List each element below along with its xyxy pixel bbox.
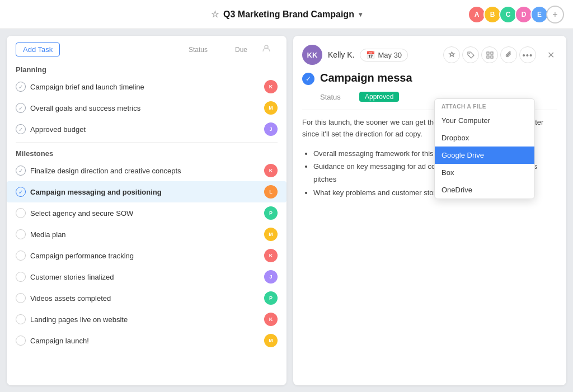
- task-detail-panel: KK Kelly K. 📅 May 30 •••: [293, 36, 566, 385]
- col-status-header: Status: [176, 46, 220, 54]
- task-row[interactable]: Customer stories finalized J: [7, 266, 286, 287]
- task-title-row: ✓ Campaign messa: [302, 72, 557, 85]
- task-name: Approved budget: [30, 125, 260, 134]
- task-assignee-avatar: K: [264, 313, 278, 326]
- task-name: Campaign performance tracking: [30, 252, 260, 260]
- avatars-group: A B C D E +: [470, 6, 564, 23]
- attach-file-dropdown: ATTACH A FILE Your Computer Dropbox Goog…: [434, 98, 535, 199]
- dropdown-item-google-drive[interactable]: Google Drive: [435, 147, 534, 164]
- task-assignee-avatar: K: [264, 249, 278, 262]
- task-row[interactable]: ✓ Overall goals and success metrics M: [7, 97, 286, 119]
- task-list-header: Add Task Status Due: [7, 42, 286, 61]
- task-name: Landing pages live on website: [30, 315, 260, 324]
- task-check-icon: ✓: [16, 103, 26, 113]
- task-row[interactable]: Media plan M: [7, 224, 286, 245]
- user-avatar: KK: [302, 45, 322, 65]
- top-bar: ☆ Q3 Marketing Brand Campaign ▾ A B C D …: [0, 0, 573, 29]
- svg-rect-4: [487, 56, 489, 58]
- section-planning-label: Planning: [7, 61, 286, 76]
- section-milestones-label: Milestones: [7, 145, 286, 160]
- tag-icon[interactable]: [462, 46, 479, 63]
- svg-rect-5: [491, 56, 493, 58]
- star-icon[interactable]: ☆: [211, 9, 219, 20]
- task-row[interactable]: Campaign launch! M: [7, 330, 286, 351]
- close-button[interactable]: ✕: [544, 48, 557, 62]
- dropdown-header: ATTACH A FILE: [435, 99, 534, 112]
- task-check-icon: ✓: [16, 166, 26, 176]
- task-assignee-avatar: K: [264, 80, 278, 93]
- task-row-selected[interactable]: ✓ Campaign messaging and positioning L: [7, 181, 286, 202]
- calendar-icon: 📅: [366, 51, 375, 59]
- task-row[interactable]: ✓ Finalize design direction and creative…: [7, 160, 286, 181]
- task-name: Customer stories finalized: [30, 273, 260, 281]
- task-check-icon: [16, 336, 26, 346]
- task-list-panel: Add Task Status Due Planning ✓ Campaign …: [7, 36, 286, 385]
- add-member-button[interactable]: +: [546, 6, 564, 23]
- task-name: Campaign messaging and positioning: [30, 188, 260, 196]
- task-check-icon: [16, 229, 26, 239]
- task-check-icon: [16, 314, 26, 324]
- task-check-icon: [16, 272, 26, 282]
- task-name: Videos assets completed: [30, 294, 260, 303]
- task-assignee-avatar: J: [264, 122, 278, 136]
- task-assignee-avatar: M: [264, 228, 278, 241]
- dropdown-item-your-computer[interactable]: Your Computer: [435, 112, 534, 129]
- task-check-icon: ✓: [16, 124, 26, 134]
- task-row[interactable]: Select agency and secure SOW P: [7, 202, 286, 224]
- task-row[interactable]: ✓ Campaign brief and launch timeline K: [7, 76, 286, 97]
- svg-point-1: [468, 53, 469, 54]
- action-icons-group: •••: [443, 46, 536, 63]
- task-row[interactable]: ✓ Approved budget J: [7, 119, 286, 140]
- task-name: Finalize design direction and creative c…: [30, 167, 260, 175]
- more-options-icon[interactable]: •••: [519, 46, 536, 63]
- page-title: Q3 Marketing Brand Campaign: [223, 10, 354, 20]
- grid-icon[interactable]: [481, 46, 498, 63]
- task-row[interactable]: Campaign performance tracking K: [7, 245, 286, 266]
- dropdown-item-dropbox[interactable]: Dropbox: [435, 129, 534, 147]
- status-field-label: Status: [320, 93, 354, 101]
- task-assignee-avatar: J: [264, 270, 278, 284]
- col-assign-header: [262, 44, 278, 55]
- task-name: Campaign brief and launch timeline: [30, 83, 260, 91]
- task-name: Campaign launch!: [30, 337, 260, 345]
- section-divider: [16, 142, 278, 143]
- task-name: Overall goals and success metrics: [30, 104, 260, 112]
- task-assignee-avatar: M: [264, 101, 278, 115]
- user-name: Kelly K.: [328, 50, 354, 59]
- task-row[interactable]: Landing pages live on website K: [7, 309, 286, 330]
- task-check-icon: [16, 251, 26, 261]
- attachment-icon[interactable]: [500, 46, 517, 63]
- task-check-icon: ✓: [16, 82, 26, 92]
- chevron-down-icon[interactable]: ▾: [359, 11, 362, 18]
- page-title-group: ☆ Q3 Marketing Brand Campaign ▾: [211, 9, 362, 20]
- status-badge[interactable]: Approved: [359, 92, 399, 102]
- like-icon[interactable]: [443, 46, 460, 63]
- due-date-badge[interactable]: 📅 May 30: [360, 49, 408, 62]
- dropdown-item-onedrive[interactable]: OneDrive: [435, 181, 534, 199]
- due-date-text: May 30: [378, 51, 402, 59]
- task-name: Select agency and secure SOW: [30, 209, 260, 218]
- task-row[interactable]: Videos assets completed P: [7, 287, 286, 309]
- add-task-button[interactable]: Add Task: [16, 42, 60, 56]
- task-check-icon: ✓: [16, 187, 26, 197]
- task-assignee-avatar: L: [264, 185, 278, 199]
- main-area: Add Task Status Due Planning ✓ Campaign …: [0, 29, 573, 392]
- task-assignee-avatar: P: [264, 291, 278, 305]
- col-due-header: Due: [227, 46, 255, 54]
- task-complete-check[interactable]: ✓: [302, 73, 314, 85]
- task-assignee-avatar: M: [264, 334, 278, 347]
- svg-rect-2: [487, 52, 489, 54]
- task-check-icon: [16, 208, 26, 218]
- svg-rect-3: [491, 52, 493, 54]
- task-check-icon: [16, 293, 26, 303]
- task-title: Campaign messa: [320, 72, 412, 84]
- task-assignee-avatar: P: [264, 206, 278, 220]
- task-assignee-avatar: K: [264, 164, 278, 177]
- dropdown-item-box[interactable]: Box: [435, 164, 534, 181]
- task-detail-header: KK Kelly K. 📅 May 30 •••: [302, 45, 557, 65]
- task-name: Media plan: [30, 230, 260, 239]
